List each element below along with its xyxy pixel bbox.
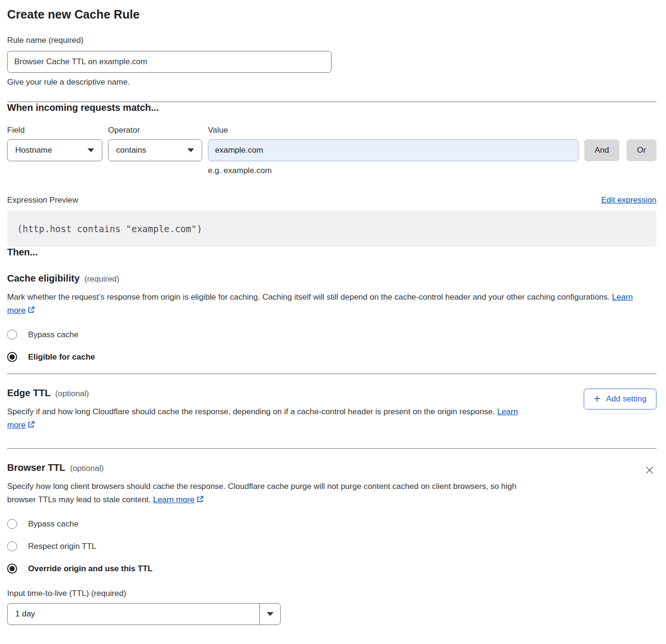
cache-eligibility-description: Mark whether the request’s response from… <box>7 291 645 318</box>
radio-option-eligible-for-cache[interactable]: Eligible for cache <box>7 352 656 362</box>
page-title: Create new Cache Rule <box>7 8 656 21</box>
radio-label: Respect origin TTL <box>28 542 96 551</box>
match-heading: When incoming requests match... <box>7 102 656 113</box>
condition-labels: Field Operator Value <box>7 126 656 135</box>
expression-preview-label: Expression Preview <box>7 195 78 205</box>
browser-ttl-learn-more-link[interactable]: Learn more <box>153 495 195 504</box>
edit-expression-link[interactable]: Edit expression <box>601 195 656 205</box>
plus-icon: + <box>594 393 600 404</box>
edge-ttl-description-text: Specify if and how long Cloudflare shoul… <box>7 407 495 416</box>
external-link-icon <box>196 494 204 507</box>
value-label: Value <box>208 126 228 135</box>
then-heading: Then... <box>7 247 656 258</box>
browser-ttl-section: Browser TTL (optional) Specify how long … <box>7 462 656 507</box>
browser-ttl-description: Specify how long client browsers should … <box>7 480 528 507</box>
chevron-down-icon <box>187 148 194 152</box>
cache-eligibility-title: Cache eligibility <box>7 273 79 284</box>
rule-name-label: Rule name (required) <box>7 36 656 45</box>
radio-label: Bypass cache <box>28 519 78 529</box>
or-button[interactable]: Or <box>627 139 656 161</box>
radio-option-override-origin-ttl[interactable]: Override origin and use this TTL <box>7 564 656 574</box>
operator-label: Operator <box>108 126 208 135</box>
operator-select-value: contains <box>116 146 146 155</box>
value-help: e.g. example.com <box>208 166 656 176</box>
cache-eligibility-required-tag: (required) <box>84 274 119 284</box>
radio-unchecked-icon[interactable] <box>7 330 17 340</box>
radio-unchecked-icon[interactable] <box>7 519 17 529</box>
cache-eligibility-description-text: Mark whether the request’s response from… <box>7 293 610 302</box>
and-button[interactable]: And <box>584 139 619 161</box>
cache-eligibility-title-row: Cache eligibility (required) <box>7 273 656 284</box>
condition-row: Hostname contains And Or <box>7 139 656 161</box>
create-cache-rule-form: Create new Cache Rule Rule name (require… <box>0 0 666 644</box>
add-setting-label: Add setting <box>606 394 646 404</box>
radio-label: Eligible for cache <box>28 352 95 362</box>
expression-code: (http.host contains "example.com") <box>7 211 656 247</box>
radio-label: Override origin and use this TTL <box>28 564 153 574</box>
edge-ttl-title: Edge TTL <box>7 388 50 399</box>
browser-ttl-description-text: Specify how long client browsers should … <box>7 482 517 504</box>
value-input[interactable] <box>208 139 578 161</box>
ttl-select-value: 1 day <box>8 604 259 624</box>
browser-ttl-title-row: Browser TTL (optional) <box>7 462 528 473</box>
radio-unchecked-icon[interactable] <box>7 541 17 551</box>
edge-ttl-description: Specify if and how long Cloudflare shoul… <box>7 405 528 433</box>
edge-ttl-section: Edge TTL (optional) Specify if and how l… <box>7 388 656 433</box>
rule-name-help: Give your rule a descriptive name. <box>7 78 656 87</box>
browser-ttl-title: Browser TTL <box>7 462 65 473</box>
radio-label: Bypass cache <box>28 330 78 340</box>
operator-select[interactable]: contains <box>108 139 202 161</box>
chevron-down-icon <box>88 148 94 152</box>
radio-checked-icon[interactable] <box>7 564 17 574</box>
ttl-select[interactable]: 1 day <box>7 603 281 625</box>
radio-checked-icon[interactable] <box>7 352 17 362</box>
external-link-icon <box>27 305 35 318</box>
remove-browser-ttl-button[interactable] <box>643 463 656 477</box>
ttl-select-arrow-button[interactable] <box>259 604 280 624</box>
add-setting-button[interactable]: + Add setting <box>584 389 656 410</box>
rule-name-input[interactable] <box>7 51 332 73</box>
external-link-icon <box>27 420 35 433</box>
browser-ttl-text-block: Browser TTL (optional) Specify how long … <box>7 462 528 507</box>
edge-ttl-title-row: Edge TTL (optional) <box>7 388 528 399</box>
field-label: Field <box>7 126 108 135</box>
radio-option-respect-origin-ttl[interactable]: Respect origin TTL <box>7 541 656 551</box>
edge-ttl-optional-tag: (optional) <box>55 389 89 399</box>
section-divider <box>7 448 656 449</box>
section-divider <box>7 373 656 374</box>
expression-preview-row: Expression Preview Edit expression <box>7 195 656 205</box>
browser-ttl-optional-tag: (optional) <box>70 464 104 473</box>
edge-ttl-text-block: Edge TTL (optional) Specify if and how l… <box>7 388 528 433</box>
radio-option-bypass-cache[interactable]: Bypass cache <box>7 519 656 529</box>
chevron-down-icon <box>267 612 274 616</box>
field-select-value: Hostname <box>15 146 52 155</box>
radio-option-bypass-cache[interactable]: Bypass cache <box>7 330 656 340</box>
cache-eligibility-options: Bypass cache Eligible for cache <box>7 330 656 362</box>
close-icon <box>645 465 655 475</box>
browser-ttl-options: Bypass cache Respect origin TTL Override… <box>7 519 656 574</box>
field-select[interactable]: Hostname <box>7 139 102 161</box>
ttl-input-label: Input time-to-live (TTL) (required) <box>7 589 656 598</box>
